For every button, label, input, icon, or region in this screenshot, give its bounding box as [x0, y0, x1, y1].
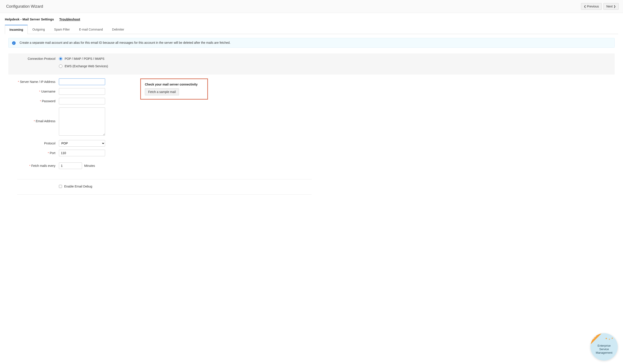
tab-outgoing[interactable]: Outgoing — [28, 25, 49, 34]
port-input[interactable] — [59, 150, 105, 156]
form-right-column: Check your mail server connectivity Fetc… — [140, 79, 208, 100]
section-divider-bottom — [17, 194, 312, 194]
fetch-interval-input[interactable] — [59, 162, 82, 169]
username-input[interactable] — [59, 88, 105, 95]
next-button[interactable]: Next ❯ — [603, 3, 619, 10]
info-icon: i — [12, 41, 16, 45]
email-label: Email Address — [36, 119, 55, 123]
enable-email-debug-label: Enable Email Debug — [64, 185, 92, 188]
chevron-right-icon: ❯ — [614, 5, 616, 8]
port-label: Port — [50, 151, 55, 155]
radio-pop-imap-label: POP / IMAP / POPS / IMAPS — [65, 57, 104, 61]
fetch-interval-unit: Minutes — [84, 164, 95, 168]
section-divider — [17, 179, 312, 179]
connection-protocol-label: Connection Protocol — [8, 57, 59, 61]
server-label: Server Name / IP Address — [20, 80, 55, 84]
protocol-select[interactable]: POP — [59, 140, 105, 147]
form-left-column: *Server Name / IP Address *Username *Pas… — [8, 79, 105, 172]
form-two-column: *Server Name / IP Address *Username *Pas… — [8, 79, 615, 172]
password-input[interactable] — [59, 98, 105, 105]
content-wrap: Helpdesk - Mail Server Settings Troubles… — [0, 13, 623, 209]
protocol-label: Protocol — [44, 142, 55, 145]
info-banner: i Create a separate mail account and an … — [8, 38, 615, 48]
chevron-left-icon: ❮ — [584, 5, 586, 8]
fetch-interval-label: Fetch mails every — [31, 164, 55, 168]
tab-email-command[interactable]: E-mail Command — [74, 25, 108, 34]
connectivity-box: Check your mail server connectivity Fetc… — [140, 79, 208, 100]
server-name-input[interactable] — [59, 79, 105, 85]
page-header: Configuration Wizard ❮ Previous Next ❯ — [0, 0, 623, 13]
email-address-input[interactable] — [59, 107, 105, 136]
radio-ews-label: EWS (Exchange Web Services) — [65, 64, 108, 68]
troubleshoot-link[interactable]: Troubleshoot — [59, 17, 80, 21]
wizard-nav: ❮ Previous Next ❯ — [581, 3, 619, 10]
tab-spam-filter[interactable]: Spam Filter — [49, 25, 74, 34]
info-text: Create a separate mail account and an al… — [20, 41, 231, 44]
section-main-title: Helpdesk - Mail Server Settings — [5, 17, 54, 21]
tab-delimiter[interactable]: Delimiter — [108, 25, 129, 34]
password-label: Password — [42, 99, 55, 103]
tab-incoming[interactable]: Incoming — [5, 25, 28, 34]
tabset: Incoming Outgoing Spam Filter E-mail Com… — [5, 25, 618, 34]
enable-email-debug-checkbox[interactable] — [59, 185, 62, 188]
fetch-sample-mail-button[interactable]: Fetch a sample mail — [145, 88, 179, 95]
previous-button-label: Previous — [587, 5, 599, 8]
connectivity-title: Check your mail server connectivity — [145, 83, 198, 86]
radio-pop-imap[interactable] — [59, 57, 63, 61]
previous-button[interactable]: ❮ Previous — [581, 3, 602, 10]
tab-content: i Create a separate mail account and an … — [5, 34, 618, 194]
section-titles: Helpdesk - Mail Server Settings Troubles… — [5, 17, 618, 21]
radio-ews[interactable] — [59, 64, 63, 68]
connection-protocol-section: Connection Protocol POP / IMAP / POPS / … — [8, 53, 615, 75]
next-button-label: Next — [606, 5, 613, 8]
page-title: Configuration Wizard — [6, 4, 43, 9]
username-label: Username — [41, 90, 55, 93]
